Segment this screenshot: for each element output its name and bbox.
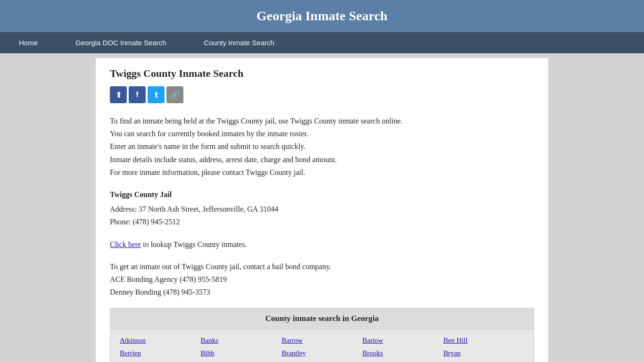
county-link-barrow[interactable]: Barrow (281, 335, 363, 346)
nav-doc-search[interactable]: Georgia DOC Inmate Search (57, 32, 185, 53)
jail-address: Address: 37 North Ash Street, Jeffersonv… (110, 203, 534, 215)
app-wrapper: Georgia Inmate Search Home Georgia DOC I… (0, 0, 644, 362)
copy-link-button[interactable]: 🔗 (166, 86, 183, 103)
county-section-title: County inmate search in Georgia (110, 308, 534, 329)
bonding-intro: To get an inmate out of Twiggs County ja… (110, 260, 534, 273)
jail-name: Twiggs County Jail (110, 188, 534, 201)
county-grid: AtkinsonBanksBarrowBartowBen HillBerrien… (110, 329, 534, 362)
bonding-section: To get an inmate out of Twiggs County ja… (110, 260, 534, 299)
main-nav: Home Georgia DOC Inmate Search County In… (0, 32, 644, 53)
lookup-suffix: to lookup Twiggs County inmates. (141, 240, 247, 248)
bonding-agency-1: ACE Bonding Agency (478) 955-5819 (110, 273, 534, 286)
nav-home[interactable]: Home (0, 32, 57, 53)
county-link-bryan[interactable]: Bryan (443, 348, 524, 359)
desc-line-3: Enter an inmate's name in the form and s… (110, 140, 534, 153)
lookup-section: Click here to lookup Twiggs County inmat… (110, 238, 534, 251)
desc-line-5: For more inmate information, please cont… (110, 166, 534, 179)
jail-phone: Phone: (478) 945-2512 (110, 215, 534, 228)
content-inner: Twiggs County Inmate Search ⬆ f 𝕥 🔗 To f… (96, 58, 548, 362)
nav-county-search[interactable]: County Inmate Search (185, 32, 293, 53)
county-link-banks[interactable]: Banks (201, 335, 282, 346)
twitter-button[interactable]: 𝕥 (148, 86, 165, 103)
county-link-bartow[interactable]: Bartow (363, 335, 444, 346)
address-label: Address: (110, 205, 137, 213)
phone-label: Phone: (110, 218, 131, 226)
facebook-button[interactable]: f (129, 86, 146, 103)
county-link-brooks[interactable]: Brooks (363, 348, 444, 359)
description: To find an inmate being held at the Twig… (110, 115, 534, 179)
desc-line-2: You can search for currently booked inma… (110, 127, 534, 140)
county-link-atkinson[interactable]: Atkinson (120, 335, 201, 346)
address-value: 37 North Ash Street, Jeffersonville, GA … (139, 205, 279, 213)
share-button[interactable]: ⬆ (110, 86, 127, 103)
site-header: Georgia Inmate Search (0, 0, 644, 32)
county-link-ben-hill[interactable]: Ben Hill (443, 335, 524, 346)
site-title: Georgia Inmate Search (5, 8, 639, 24)
county-link-bibb[interactable]: Bibb (201, 348, 282, 359)
phone-value: (478) 945-2512 (132, 218, 180, 226)
jail-info: Twiggs County Jail Address: 37 North Ash… (110, 188, 534, 229)
county-link-brantley[interactable]: Brantley (281, 348, 363, 359)
page-title: Twiggs County Inmate Search (110, 67, 534, 80)
content-outer: Twiggs County Inmate Search ⬆ f 𝕥 🔗 To f… (0, 53, 644, 362)
desc-line-4: Inmate details include status, address, … (110, 153, 534, 166)
click-here-link[interactable]: Click here (110, 240, 141, 248)
share-buttons: ⬆ f 𝕥 🔗 (110, 86, 534, 103)
county-link-berrien[interactable]: Berrien (120, 348, 201, 359)
county-section: County inmate search in Georgia Atkinson… (110, 308, 534, 362)
desc-line-1: To find an inmate being held at the Twig… (110, 115, 534, 127)
bonding-agency-2: Denney Bonding (478) 945-3573 (110, 286, 534, 298)
